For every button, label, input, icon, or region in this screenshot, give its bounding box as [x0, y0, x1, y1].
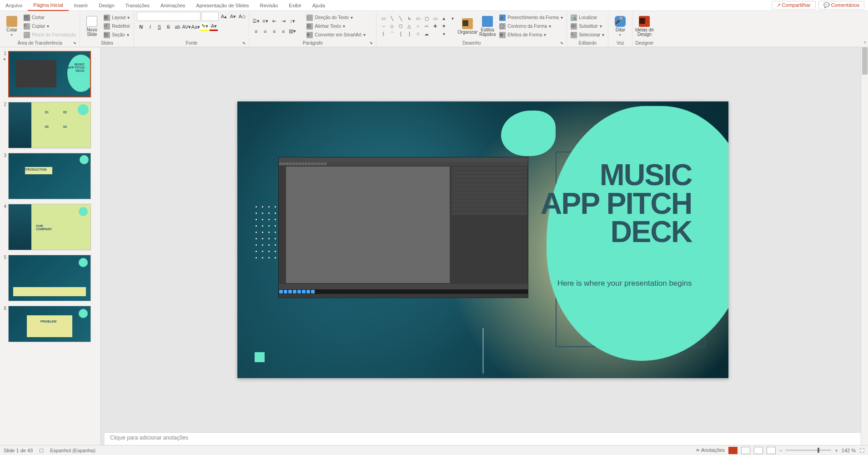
redefinir-button[interactable]: ↺Redefinir — [103, 22, 131, 30]
italic-icon[interactable]: I — [146, 23, 154, 31]
align-left-icon[interactable]: ≡ — [252, 27, 260, 35]
slide-thumbnail-2[interactable]: 01 02 03 04 — [8, 102, 91, 148]
layout-button[interactable]: ▦Layout ▾ — [103, 14, 131, 22]
zoom-level[interactable]: 142 % — [842, 448, 856, 453]
shape-rect-icon[interactable]: ▭ — [414, 15, 422, 22]
shape-connector-icon[interactable]: ↳ — [405, 15, 413, 22]
shape-hex-icon[interactable]: ⬡ — [396, 23, 405, 30]
novo-slide-button[interactable]: Novo Slide — [83, 13, 101, 40]
tab-arquivo[interactable]: Arquivo — [0, 0, 28, 11]
increase-font-icon[interactable]: A▴ — [220, 12, 228, 20]
tab-animacoes[interactable]: Animações — [155, 0, 191, 11]
slide-title[interactable]: MUSIC APP PITCH DECK — [541, 161, 692, 246]
font-family-combo[interactable] — [137, 12, 201, 21]
comentarios-button[interactable]: 💬 Comentários — [818, 1, 864, 10]
columns-icon[interactable]: ▥▾ — [288, 27, 296, 35]
localizar-button[interactable]: 🔍Localizar — [570, 14, 605, 22]
char-spacing-icon[interactable]: AV▾ — [182, 23, 191, 31]
shape-tri-icon[interactable]: △ — [405, 23, 413, 30]
slide-thumbnail-3[interactable]: INTRODUCTION — [8, 153, 91, 199]
shape-arrow2-icon[interactable]: ⇨ — [422, 23, 431, 30]
accessibility-icon[interactable]: ▢ — [39, 447, 44, 453]
slide-thumbnail-5[interactable] — [8, 255, 91, 301]
shape-brace2-icon[interactable]: } — [405, 30, 413, 38]
copiar-button[interactable]: ⎘Copiar ▾ — [23, 22, 77, 30]
slide-thumbnail-panel[interactable]: 1★ MUSIC APP PITCH DECK 2 01 02 03 04 3 — [0, 47, 101, 445]
estilos-rapidos-button[interactable]: Estilos Rápidos — [478, 13, 497, 40]
substituir-button[interactable]: abSubstituir ▾ — [570, 22, 605, 30]
shape-cloud-icon[interactable]: ☁ — [422, 30, 431, 38]
shape-star-icon[interactable]: ☆ — [414, 30, 422, 38]
tab-apresentacao-slides[interactable]: Apresentação de Slides — [191, 0, 254, 11]
tab-design[interactable]: Design — [93, 0, 120, 11]
shapes-gallery[interactable]: ▭╲╲↳▭▢▭▲▾ →◇⬡△○⇨✚▼ ⟆⌒{}☆☁▾ — [379, 15, 457, 38]
cortar-button[interactable]: ✂Cortar — [23, 14, 77, 22]
highlight-icon[interactable]: ✎▾ — [201, 23, 209, 31]
pincel-formatacao-button[interactable]: ✎Pincel de Formatação — [23, 31, 77, 39]
decrease-font-icon[interactable]: A▾ — [229, 12, 237, 20]
line-spacing-icon[interactable]: ↕▾ — [288, 17, 296, 25]
tab-inserir[interactable]: Inserir — [69, 0, 94, 11]
desenho-dialog-launcher[interactable]: ⬊ — [560, 41, 566, 46]
fonte-dialog-launcher[interactable]: ⬊ — [242, 41, 248, 46]
tab-transicoes[interactable]: Transições — [120, 0, 155, 11]
zoom-out-icon[interactable]: − — [779, 448, 782, 453]
increase-indent-icon[interactable]: ⇥ — [279, 17, 287, 25]
align-right-icon[interactable]: ≡ — [270, 27, 278, 35]
anotacoes-toggle[interactable]: ≐ Anotações — [696, 447, 724, 453]
slide-thumbnail-1[interactable]: MUSIC APP PITCH DECK — [8, 51, 91, 97]
shape-arrow-icon[interactable]: → — [379, 23, 387, 30]
embedded-screenshot-image[interactable] — [278, 157, 528, 298]
paragrafo-dialog-launcher[interactable]: ⬊ — [370, 41, 375, 46]
shape-down-icon[interactable]: ▼ — [440, 23, 448, 30]
shape-more-icon[interactable]: ▾ — [448, 15, 457, 22]
contorno-forma-button[interactable]: ◯Contorno da Forma ▾ — [498, 22, 564, 30]
slide-sorter-view-icon[interactable] — [741, 447, 750, 454]
slideshow-view-icon[interactable] — [767, 447, 776, 454]
fit-to-window-icon[interactable]: ⛶ — [859, 448, 864, 453]
shape-roundrect-icon[interactable]: ▢ — [422, 15, 431, 22]
shape-brace-icon[interactable]: { — [396, 30, 405, 38]
bold-icon[interactable]: N — [137, 23, 145, 31]
converter-smartart-button[interactable]: ◈Converter em SmartArt ▾ — [306, 31, 366, 39]
slide-thumbnail-6[interactable]: PROBLEM — [8, 306, 91, 342]
shape-diamond-icon[interactable]: ◇ — [388, 23, 396, 30]
language-indicator[interactable]: Espanhol (Espanha) — [50, 448, 95, 453]
tab-pagina-inicial[interactable]: Página Inicial — [28, 0, 68, 11]
shape-arc-icon[interactable]: ⌒ — [388, 30, 396, 38]
shape-circle-icon[interactable]: ○ — [414, 23, 422, 30]
shape-rect2-icon[interactable]: ▭ — [431, 15, 439, 22]
zoom-slider[interactable] — [786, 450, 831, 451]
normal-view-icon[interactable] — [728, 447, 738, 454]
scrollbar-thumb[interactable] — [862, 47, 868, 75]
shape-up-icon[interactable]: ▲ — [440, 15, 448, 22]
shadow-icon[interactable]: ab — [173, 23, 181, 31]
bullets-icon[interactable]: ☰▾ — [252, 17, 260, 25]
clear-format-icon[interactable]: A◇ — [238, 12, 246, 20]
panel-splitter[interactable] — [101, 47, 105, 445]
underline-icon[interactable]: S — [155, 23, 163, 31]
decrease-indent-icon[interactable]: ⇤ — [270, 17, 278, 25]
efeitos-forma-button[interactable]: ◉Efeitos de Forma ▾ — [498, 31, 564, 39]
alinhar-texto-button[interactable]: ▤Alinhar Texto ▾ — [306, 22, 366, 30]
colar-button[interactable]: Colar ▾ — [3, 13, 21, 40]
strikethrough-icon[interactable]: S — [164, 23, 172, 31]
collapse-ribbon-icon[interactable]: ^ — [864, 41, 866, 46]
reading-view-icon[interactable] — [754, 447, 763, 454]
shape-line2-icon[interactable]: ╲ — [396, 15, 405, 22]
organizar-button[interactable]: ▦ Organizar — [458, 13, 477, 40]
direcao-texto-button[interactable]: ↕Direção do Texto ▾ — [306, 14, 366, 22]
compartilhar-button[interactable]: ↗ Compartilhar — [772, 1, 816, 10]
vertical-scrollbar[interactable] — [861, 47, 868, 445]
align-center-icon[interactable]: ≡ — [261, 27, 269, 35]
preenchimento-forma-button[interactable]: ◢Preenchimento da Forma ▾ — [498, 14, 564, 22]
change-case-icon[interactable]: Aa▾ — [191, 23, 200, 31]
slide-1[interactable]: MUSIC APP PITCH DECK Here is where your … — [237, 101, 728, 378]
slide-subtitle[interactable]: Here is where your presentation begins — [557, 279, 692, 288]
numbering-icon[interactable]: ≡▾ — [261, 17, 269, 25]
tab-revisao[interactable]: Revisão — [255, 0, 284, 11]
slide-thumbnail-4[interactable]: OUR COMPANY — [8, 204, 91, 250]
shape-curve-icon[interactable]: ⟆ — [379, 30, 387, 38]
font-size-combo[interactable] — [201, 12, 219, 21]
tab-ajuda[interactable]: Ajuda — [307, 0, 331, 11]
